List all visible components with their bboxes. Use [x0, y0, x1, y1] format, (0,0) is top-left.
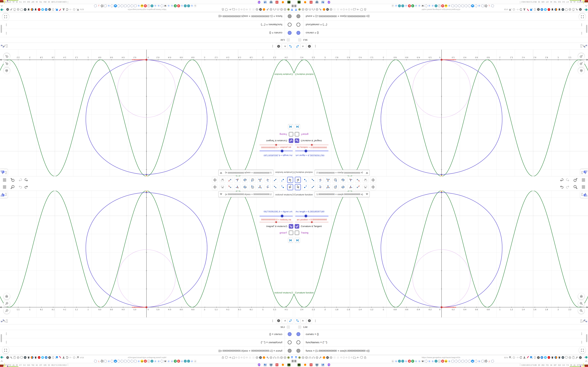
- bookmark-favicon-f[interactable]: f: [97, 4, 100, 7]
- trash-icon[interactable]: [551, 356, 554, 359]
- globe-icon[interactable]: [301, 8, 305, 11]
- bookmark-favicon-ring[interactable]: [454, 4, 458, 7]
- mini-square-icon[interactable]: [343, 356, 345, 359]
- translate-blue-icon[interactable]: Ax: [55, 8, 58, 11]
- wrench-icon[interactable]: [9, 356, 13, 359]
- collapse-list-button[interactable]: −: [287, 325, 290, 329]
- lock-icon[interactable]: [363, 356, 367, 359]
- bookmark-favicon-ring[interactable]: [94, 360, 97, 363]
- move-graphics-tool[interactable]: [370, 184, 376, 190]
- visibility-toggle-funcNames[interactable]: [288, 23, 292, 26]
- chevron-up-icon[interactable]: [585, 5, 588, 7]
- circle-tool[interactable]: [250, 177, 256, 183]
- perpendicular-line-tool[interactable]: [265, 184, 270, 190]
- menu-button[interactable]: [581, 184, 586, 190]
- taskbar-app-redgear[interactable]: [275, 0, 279, 4]
- gear-icon[interactable]: [579, 356, 582, 359]
- headset-icon[interactable]: [308, 356, 312, 359]
- bookmark-favicon-wiki[interactable]: W: [164, 4, 167, 7]
- list-row-funcs[interactable]: funcs = {1.000000000000 + cos(4.00000000…: [0, 347, 294, 355]
- bookmark-favicon-g[interactable]: G: [405, 4, 407, 7]
- chevron-down-icon[interactable]: [366, 172, 368, 174]
- menu-button[interactable]: [581, 177, 586, 183]
- globe-icon[interactable]: [255, 8, 259, 11]
- globe-color-icon[interactable]: [30, 356, 34, 359]
- olive-icon[interactable]: [298, 356, 301, 359]
- bookmark-favicon-g[interactable]: G: [157, 4, 160, 7]
- bookmark-favicon-g[interactable]: G: [107, 4, 110, 7]
- graphics-view[interactable]: -2.4-2.2-2-1.8-1.6-1.4-1.2-1-0.8-0.6-0.4…: [0, 50, 294, 176]
- globe-icon[interactable]: [301, 356, 305, 359]
- headset-icon[interactable]: [276, 356, 280, 359]
- bookmark-favicon-g[interactable]: G: [167, 360, 170, 363]
- taskbar-app-emulator[interactable]: [297, 363, 301, 367]
- down-circle-icon[interactable]: [41, 356, 44, 359]
- perpendicular-line-tool[interactable]: [318, 177, 323, 183]
- gear-icon[interactable]: [326, 356, 329, 359]
- row-menu-button[interactable]: [580, 340, 583, 345]
- move-graphics-tool[interactable]: [212, 177, 218, 183]
- bookmark-favicon-g[interactable]: G: [154, 360, 157, 363]
- tcf-icon[interactable]: TCF: [547, 356, 551, 359]
- bookmark-favicon-g[interactable]: G: [107, 360, 110, 363]
- panel-more-button[interactable]: [314, 319, 317, 324]
- globe-icon[interactable]: [315, 8, 319, 11]
- globe-icon[interactable]: [305, 8, 308, 11]
- taskbar-app-firefox[interactable]: [303, 0, 307, 4]
- mini-dot-icon[interactable]: [350, 8, 353, 11]
- mini-square-icon[interactable]: [348, 8, 350, 11]
- trash-icon[interactable]: [27, 356, 30, 359]
- back-icon[interactable]: [356, 8, 360, 11]
- status-dot-icon[interactable]: [0, 8, 3, 11]
- curvature-tangent-checkbox[interactable]: [295, 224, 299, 229]
- bookmark-favicon-ring[interactable]: [134, 4, 137, 7]
- headset-icon[interactable]: [308, 8, 312, 11]
- bookmark-favicon-g[interactable]: G: [395, 4, 398, 7]
- plus-circle-icon[interactable]: [44, 8, 48, 11]
- line-tool[interactable]: [310, 177, 316, 183]
- expand-tray-icon[interactable]: ^^: [519, 1, 521, 3]
- bookmark-favicon-sphere[interactable]: ◌: [184, 4, 187, 7]
- taskbar-app-floppy[interactable]: 64: [321, 363, 325, 367]
- scrollbar-thumb[interactable]: [1, 25, 2, 33]
- bookmark-favicon-chat[interactable]: ■: [471, 4, 474, 7]
- star-icon[interactable]: [512, 8, 516, 11]
- bookmark-favicon-g[interactable]: G: [395, 360, 398, 363]
- reflect-tool[interactable]: [227, 177, 233, 183]
- list-row-curves[interactable]: curves = {}: [0, 29, 294, 37]
- folder-icon[interactable]: [353, 8, 356, 11]
- headset-icon[interactable]: [276, 8, 280, 11]
- bookmark-favicon-g[interactable]: G: [167, 4, 170, 7]
- download-icon[interactable]: [62, 356, 65, 359]
- status-dot-icon[interactable]: [585, 356, 588, 359]
- perpendicular-line-tool[interactable]: [265, 177, 270, 183]
- trash-icon[interactable]: [34, 8, 37, 11]
- firefox-icon[interactable]: [322, 8, 326, 11]
- ellipse-tool[interactable]: [242, 184, 248, 190]
- down-circle-icon[interactable]: [544, 8, 547, 11]
- graphics-view[interactable]: -2.4-2.2-2-1.8-1.6-1.4-1.2-1-0.8-0.6-0.4…: [294, 191, 588, 317]
- pen-icon[interactable]: [59, 8, 62, 11]
- bookmark-favicon-sphere[interactable]: ◌: [184, 360, 187, 363]
- arc-position-slider-thumb[interactable]: [275, 221, 277, 223]
- reflect-tool[interactable]: [355, 184, 361, 190]
- mini-dot-icon[interactable]: [235, 356, 238, 359]
- mini-dot-icon[interactable]: [345, 356, 347, 359]
- zoom-out-button[interactable]: [3, 53, 10, 60]
- address-url[interactable]: https://www.geogebra.org/classic/aagcxh3…: [409, 356, 473, 359]
- style-bar-button[interactable]: [0, 191, 8, 198]
- chevron-down-icon[interactable]: [220, 193, 222, 195]
- headset-icon[interactable]: [312, 356, 315, 359]
- shield-icon[interactable]: [360, 356, 363, 359]
- bookmark-favicon-info[interactable]: i: [147, 4, 150, 7]
- expand-tray-icon[interactable]: ^^: [67, 364, 69, 366]
- algebra-view-toggle[interactable]: [288, 318, 293, 324]
- fullscreen-button[interactable]: [579, 13, 586, 20]
- plus-circle-icon[interactable]: [44, 356, 48, 359]
- row-menu-button[interactable]: [5, 31, 8, 35]
- visibility-toggle-funcs[interactable]: [288, 15, 292, 18]
- mini-dot-icon[interactable]: [246, 8, 248, 11]
- ghost-icon[interactable]: [333, 356, 336, 359]
- slider-tool[interactable]: a = 2: [363, 184, 369, 190]
- polygon-tool[interactable]: [325, 184, 331, 190]
